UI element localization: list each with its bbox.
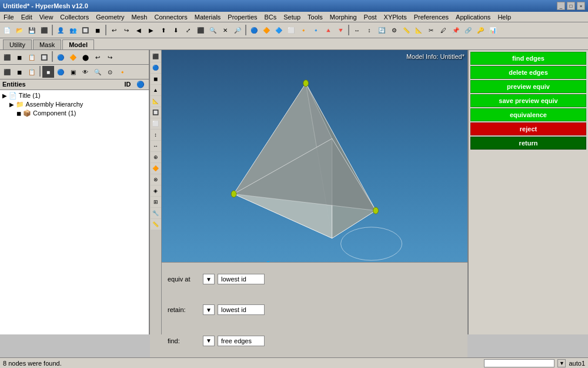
menu-edit[interactable]: Edit xyxy=(18,12,36,22)
menu-help[interactable]: Help xyxy=(494,12,514,22)
equiv-at-dropdown[interactable]: ▼ xyxy=(203,274,215,284)
vt-btn5[interactable]: 📐 xyxy=(151,96,161,107)
vt-btn14[interactable]: ⊞ xyxy=(151,197,161,207)
return-button[interactable]: return xyxy=(470,137,586,150)
lt-btn8[interactable]: ↩ xyxy=(92,51,103,63)
menu-collectors[interactable]: Collectors xyxy=(56,12,92,22)
menu-morphing[interactable]: Morphing xyxy=(326,12,360,22)
tb-btn12[interactable]: ▶ xyxy=(145,24,157,36)
tab-mask[interactable]: Mask xyxy=(33,39,61,49)
tb-btn16[interactable]: ⬛ xyxy=(195,24,206,36)
lt-btn9[interactable]: ↪ xyxy=(104,51,116,63)
vt-btn2[interactable]: 🔵 xyxy=(151,62,161,73)
menu-post[interactable]: Post xyxy=(360,12,380,22)
equiv-at-value[interactable]: lowest id xyxy=(218,274,265,284)
tb-btn36[interactable]: 📌 xyxy=(450,24,462,36)
reject-button[interactable]: reject xyxy=(470,122,586,135)
tb-btn30[interactable]: 🔄 xyxy=(376,24,387,36)
lt-btn2[interactable]: ◼ xyxy=(14,51,25,63)
find-dropdown[interactable]: ▼ xyxy=(203,336,215,346)
lt2-btn3[interactable]: 📋 xyxy=(26,66,38,78)
tb-btn37[interactable]: 🔗 xyxy=(462,24,474,36)
menu-materials[interactable]: Materials xyxy=(191,12,225,22)
find-edges-button[interactable]: find edges xyxy=(470,52,586,65)
menu-properties[interactable]: Properties xyxy=(224,12,260,22)
tb-btn19[interactable]: 🔎 xyxy=(232,24,243,36)
vt-btn8[interactable]: ↕ xyxy=(151,130,161,140)
tree-title[interactable]: ▶ 📄 Title (1) xyxy=(1,91,148,100)
tb-btn29[interactable]: ↕ xyxy=(363,24,375,36)
tb-save[interactable]: 💾 xyxy=(26,24,38,36)
find-value[interactable]: free edges xyxy=(218,336,265,346)
tb-open[interactable]: 📂 xyxy=(14,24,25,36)
menu-applications[interactable]: Applications xyxy=(452,12,494,22)
tb-new[interactable]: 📄 xyxy=(1,24,13,36)
tb-btn27[interactable]: 🔻 xyxy=(335,24,346,36)
tb-btn15[interactable]: ⤢ xyxy=(182,24,194,36)
lt-btn6[interactable]: 🔶 xyxy=(67,51,79,63)
tb-btn39[interactable]: 📊 xyxy=(487,24,499,36)
menu-xyplots[interactable]: XYPlots xyxy=(380,12,410,22)
tb-btn25[interactable]: 🔹 xyxy=(310,24,322,36)
menu-setup[interactable]: Setup xyxy=(280,12,304,22)
tb-btn26[interactable]: 🔺 xyxy=(322,24,334,36)
status-btn[interactable]: ▼ xyxy=(557,359,566,367)
tb-btn23[interactable]: ⬜ xyxy=(285,24,297,36)
lt-btn3[interactable]: 📋 xyxy=(26,51,38,63)
menu-view[interactable]: View xyxy=(36,12,57,22)
tb-btn6[interactable]: 👥 xyxy=(67,24,79,36)
retain-value[interactable]: lowest id xyxy=(218,304,265,315)
lt-btn4[interactable]: 🔲 xyxy=(38,51,50,63)
lt-btn1[interactable]: ⬛ xyxy=(1,51,13,63)
vt-btn13[interactable]: ◈ xyxy=(151,185,161,196)
vt-btn15[interactable]: 🔧 xyxy=(151,208,161,218)
menu-bcs[interactable]: BCs xyxy=(261,12,280,22)
lt2-btn8[interactable]: 🔍 xyxy=(92,66,103,78)
lt2-btn4[interactable]: ■ xyxy=(42,66,54,78)
window-controls[interactable]: _ □ × xyxy=(557,2,585,10)
vt-btn3[interactable]: ◼ xyxy=(151,74,161,84)
lt2-btn6[interactable]: ▣ xyxy=(67,66,79,78)
minimize-button[interactable]: _ xyxy=(557,2,565,10)
tb-btn13[interactable]: ⬆ xyxy=(158,24,169,36)
vt-btn10[interactable]: ⊕ xyxy=(151,152,161,163)
tb-btn10[interactable]: ↪ xyxy=(121,24,132,36)
lt2-btn7[interactable]: 👁 xyxy=(79,66,91,78)
vt-btn16[interactable]: 📏 xyxy=(151,219,161,230)
tb-btn22[interactable]: 🔷 xyxy=(273,24,285,36)
lt2-btn10[interactable]: 🔸 xyxy=(116,66,128,78)
retain-dropdown[interactable]: ▼ xyxy=(203,304,215,315)
menu-preferences[interactable]: Preferences xyxy=(410,12,452,22)
tree-assembly[interactable]: ▶ 📁 Assembly Hierarchy xyxy=(8,100,148,109)
lt-btn5[interactable]: 🔵 xyxy=(55,51,66,63)
lt2-btn2[interactable]: ◼ xyxy=(14,66,25,78)
lt2-btn5[interactable]: 🔵 xyxy=(55,66,66,78)
preview-equiv-button[interactable]: preview equiv xyxy=(470,80,586,93)
tb-btn9[interactable]: ↩ xyxy=(108,24,120,36)
vt-btn6[interactable]: 🔲 xyxy=(151,107,161,118)
lt-btn7[interactable]: ⬤ xyxy=(79,51,91,63)
vt-btn1[interactable]: ⬛ xyxy=(151,51,161,62)
tb-btn14[interactable]: ⬇ xyxy=(170,24,182,36)
delete-edges-button[interactable]: delete edges xyxy=(470,66,586,79)
lt2-btn1[interactable]: ⬛ xyxy=(1,66,13,78)
vt-btn11[interactable]: 🔶 xyxy=(151,163,161,174)
tb-btn20[interactable]: 🔵 xyxy=(248,24,260,36)
tree-component[interactable]: ◼ 📦 Component (1) xyxy=(15,109,148,118)
tb-btn17[interactable]: 🔍 xyxy=(207,24,219,36)
tb-btn4[interactable]: ⬛ xyxy=(38,24,50,36)
tb-btn5[interactable]: 👤 xyxy=(55,24,66,36)
menu-tools[interactable]: Tools xyxy=(304,12,326,22)
menu-file[interactable]: File xyxy=(0,12,18,22)
tb-btn33[interactable]: 📐 xyxy=(413,24,425,36)
menu-geometry[interactable]: Geometry xyxy=(92,12,128,22)
close-button[interactable]: × xyxy=(577,2,585,10)
tb-btn32[interactable]: 📏 xyxy=(400,24,412,36)
vt-btn12[interactable]: ⊗ xyxy=(151,174,161,185)
tb-btn34[interactable]: ✂ xyxy=(425,24,437,36)
vt-btn9[interactable]: ↔ xyxy=(151,141,161,151)
status-input[interactable] xyxy=(484,359,554,367)
lt2-btn9[interactable]: ⊙ xyxy=(104,66,116,78)
tb-btn35[interactable]: 🖊 xyxy=(437,24,449,36)
maximize-button[interactable]: □ xyxy=(567,2,575,10)
